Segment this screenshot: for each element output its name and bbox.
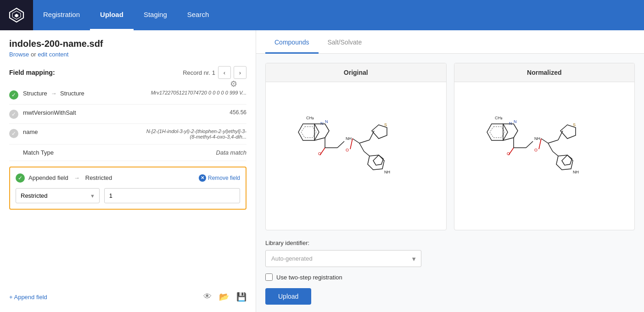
two-step-row: Use two-step registration — [265, 273, 635, 281]
append-field-button[interactable]: + Append field — [9, 294, 47, 301]
left-panel: indoles-200-name.sdf Browse or edit cont… — [0, 30, 256, 312]
original-molecule-card: Original CH₃ N — [265, 63, 447, 230]
svg-text:CH₃: CH₃ — [306, 116, 314, 120]
normalized-molecule-svg: CH₃ N O NH O — [466, 106, 622, 206]
svg-line-25 — [364, 151, 370, 156]
svg-line-14 — [353, 139, 359, 143]
svg-marker-5 — [301, 127, 316, 138]
original-molecule-body: CH₃ N O — [266, 82, 446, 230]
svg-text:S: S — [573, 123, 576, 127]
svg-line-17 — [359, 140, 370, 143]
library-select-wrap: Auto-generated ▼ — [265, 250, 421, 267]
field-mapping-label: Field mapping: — [9, 69, 55, 76]
tab-salt-solvate[interactable]: Salt/Solvate — [319, 30, 371, 54]
settings-icon[interactable]: ⚙ — [230, 79, 237, 89]
prev-record-button[interactable]: ‹ — [218, 66, 231, 79]
next-record-button[interactable]: › — [234, 66, 246, 79]
svg-text:NH: NH — [384, 170, 390, 174]
right-panel: Compounds Salt/Solvate Original CH₃ — [256, 30, 644, 312]
nav-staging[interactable]: Staging — [134, 0, 177, 30]
svg-text:S: S — [384, 123, 387, 127]
svg-text:NH: NH — [534, 136, 540, 141]
match-type-value: Data match — [216, 149, 246, 156]
svg-marker-4 — [298, 124, 319, 140]
svg-line-42 — [548, 143, 553, 151]
bottom-icons: 👁 📂 💾 — [203, 292, 246, 302]
molecule-area: Original CH₃ N — [256, 54, 644, 240]
svg-marker-28 — [487, 124, 508, 140]
svg-line-24 — [370, 131, 374, 140]
bottom-bar: + Append field 👁 📂 💾 — [9, 285, 246, 304]
mwt-check-icon: ✓ — [9, 110, 18, 119]
svg-text:N: N — [325, 119, 328, 124]
remove-field-icon: ✕ — [199, 174, 206, 182]
svg-marker-46 — [562, 155, 572, 165]
field-row-structure: ✓ Structure → Structure Mrv1722705121707… — [9, 85, 246, 105]
nav-upload[interactable]: Upload — [90, 0, 134, 30]
nav-search[interactable]: Search — [177, 0, 219, 30]
svg-text:NH: NH — [573, 170, 579, 174]
original-header: Original — [266, 63, 446, 82]
svg-marker-7 — [314, 124, 329, 140]
remove-field-button[interactable]: ✕ Remove field — [199, 174, 240, 182]
tabs-bar: Compounds Salt/Solvate — [256, 30, 644, 54]
svg-text:CH₃: CH₃ — [495, 116, 503, 120]
preview-icon[interactable]: 👁 — [203, 292, 212, 302]
svg-marker-2 — [15, 14, 18, 17]
appended-field-header: ✓ Appended field → Restricted ✕ Remove f… — [16, 173, 240, 183]
mwt-field-name: mwtVersionWithSalt — [23, 109, 225, 116]
upload-button[interactable]: Upload — [265, 288, 311, 305]
name-check-icon: ✓ — [9, 129, 18, 138]
svg-text:N: N — [320, 121, 324, 126]
remove-field-label: Remove field — [208, 175, 240, 181]
svg-marker-29 — [490, 127, 505, 138]
appended-field-target: Restricted — [85, 174, 112, 181]
structure-check-icon: ✓ — [9, 90, 18, 100]
svg-line-38 — [541, 139, 548, 143]
svg-marker-22 — [373, 155, 383, 165]
appended-check-icon: ✓ — [16, 173, 25, 183]
appended-field-inputs: Restricted Public Private ▼ — [16, 188, 240, 203]
svg-marker-44 — [560, 125, 576, 139]
svg-line-49 — [553, 151, 558, 156]
normalized-molecule-card: Normalized CH₃ N O NH — [454, 63, 635, 230]
normalized-header: Normalized — [454, 63, 635, 82]
svg-text:N: N — [509, 121, 512, 126]
field-row-name: ✓ name N-[2-(1H-indol-3-yl)-2-(thiophen-… — [9, 124, 246, 145]
appended-field-label: Appended field — [28, 174, 68, 181]
folder-icon[interactable]: 📂 — [219, 292, 229, 302]
svg-line-18 — [359, 143, 364, 151]
svg-text:NH: NH — [346, 136, 352, 141]
structure-field-name: Structure → Structure — [23, 90, 146, 97]
svg-text:N: N — [514, 119, 517, 124]
svg-text:O: O — [534, 148, 538, 152]
app-logo — [0, 0, 33, 30]
name-field-name: name — [23, 128, 141, 135]
match-type-row: Match Type Data match — [9, 145, 246, 161]
library-select[interactable]: Auto-generated — [265, 250, 421, 267]
nav-registration[interactable]: Registration — [33, 0, 90, 30]
svg-marker-20 — [372, 125, 387, 139]
two-step-label[interactable]: Use two-step registration — [276, 274, 342, 281]
svg-marker-31 — [503, 124, 518, 140]
normalized-molecule-body: CH₃ N O NH O — [454, 82, 635, 230]
two-step-checkbox[interactable] — [265, 273, 273, 281]
left-panel-header: indoles-200-name.sdf Browse or edit cont… — [9, 39, 246, 66]
save-icon[interactable]: 💾 — [236, 292, 246, 302]
topnav: Registration Upload Staging Search — [0, 0, 644, 30]
library-identifier-label: Library identifier: — [265, 240, 635, 246]
appended-field-select-wrap: Restricted Public Private ▼ — [16, 188, 100, 203]
match-type-label: Match Type — [23, 149, 212, 156]
topnav-links: Registration Upload Staging Search — [33, 0, 219, 30]
structure-field-value: Mrv17227051217074720 0 0 0 0 0 999 V... — [151, 90, 246, 95]
appended-field-input[interactable] — [104, 188, 240, 203]
tab-compounds[interactable]: Compounds — [265, 30, 319, 54]
appended-field-title: ✓ Appended field → Restricted — [16, 173, 112, 183]
library-section: Library identifier: Auto-generated ▼ Use… — [256, 240, 644, 312]
file-title: indoles-200-name.sdf — [9, 39, 246, 49]
field-mapping-header: Field mapping: Record nr. 1 ‹ › — [9, 66, 246, 79]
browse-link[interactable]: Browse — [9, 51, 29, 58]
edit-content-link[interactable]: edit content — [38, 51, 68, 58]
record-nav: Record nr. 1 ‹ › — [183, 66, 246, 79]
appended-field-select[interactable]: Restricted Public Private — [16, 188, 100, 203]
